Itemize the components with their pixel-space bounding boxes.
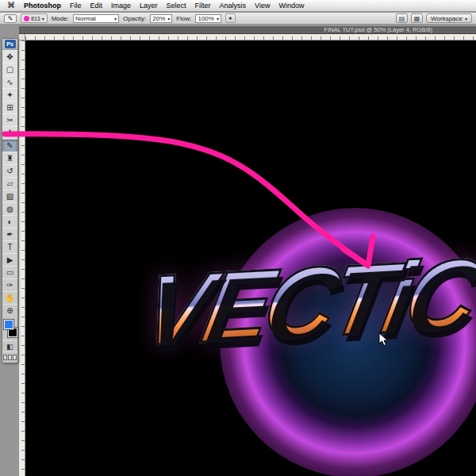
eyedropper-tool[interactable]: ✑ [2,278,17,291]
photoshop-app: ⌘ PhotoshopFileEditImageLayerSelectFilte… [0,0,476,476]
screen-mode-full-menubar-icon [8,355,12,360]
menu-item-image[interactable]: Image [111,2,131,10]
palette-well-icon[interactable]: ▤ [396,13,408,23]
dodge-tool[interactable]: ◐ [2,215,17,228]
menu-item-view[interactable]: View [255,2,270,10]
menu-item-photoshop[interactable]: Photoshop [24,2,61,10]
chevron-down-icon: ▾ [167,16,170,21]
tools-palette: Ps ✥▢∿✦⊞✂✚✎♜↺▱▧◍◐✒T▶▭✑✋⊕ ◧ [2,38,18,363]
workspace-label: Workspace [431,15,463,22]
path-selection-tool[interactable]: ▶ [2,253,17,266]
quick-mask-button[interactable]: ◧ [2,340,17,351]
screen-mode-standard-icon [3,355,7,360]
color-swatches [2,318,17,340]
menu-item-window[interactable]: Window [278,2,304,10]
gradient-tool[interactable]: ▧ [2,190,17,202]
vertical-ruler [19,40,25,476]
opacity-field[interactable]: 20% ▾ [150,14,172,23]
opacity-label: Opacity: [123,15,146,22]
pen-tool[interactable]: ✒ [2,228,17,240]
brush-preview-dot [24,16,29,21]
clone-stamp-tool[interactable]: ♜ [2,152,17,164]
quick-selection-tool[interactable]: ✦ [2,88,17,101]
document-title-bar[interactable]: FINAL TUT.psd @ 50% (Layer 4, RGB/8) [19,26,476,34]
slice-tool[interactable]: ✂ [2,113,17,126]
brush-tool[interactable]: ✎ [2,139,17,152]
artwork-chrome-text: VECTiC [134,236,476,367]
menu-item-layer[interactable]: Layer [140,2,158,10]
lasso-tool[interactable]: ∿ [2,75,17,88]
mode-select[interactable]: Normal ▾ [73,14,119,23]
palette-header[interactable]: Ps [2,39,17,50]
menu-item-analysis[interactable]: Analysis [220,2,247,10]
chevron-down-icon: ▾ [217,16,219,21]
marquee-tool[interactable]: ▢ [2,63,17,75]
chevron-down-icon: ▾ [465,16,467,21]
screen-mode-buttons[interactable] [2,351,17,363]
zoom-tool[interactable]: ⊕ [2,304,17,317]
move-tool[interactable]: ✥ [2,50,17,63]
options-bar: ✎ 813 ▾ Mode: Normal ▾ Opacity: 20% ▾ Fl… [0,13,476,25]
menu-item-filter[interactable]: Filter [195,2,211,10]
airbrush-toggle[interactable]: ✴ [225,13,236,23]
flow-value: 100% [198,15,213,22]
menu-item-select[interactable]: Select [167,2,186,10]
menu-item-file[interactable]: File [70,2,82,10]
blur-tool[interactable]: ◍ [2,202,17,215]
quick-mask-icon: ◧ [6,343,13,351]
flow-field[interactable]: 100% ▾ [195,14,221,23]
tool-preset-button[interactable]: ✎ [4,14,17,23]
screen-mode-full-icon [13,355,17,360]
apple-menu-icon[interactable]: ⌘ [7,2,15,10]
healing-brush-tool[interactable]: ✚ [2,126,17,139]
crop-tool[interactable]: ⊞ [2,101,17,113]
tool-list: ✥▢∿✦⊞✂✚✎♜↺▱▧◍◐✒T▶▭✑✋⊕ [2,50,17,317]
menu-item-edit[interactable]: Edit [90,2,103,10]
hand-tool[interactable]: ✋ [2,291,17,304]
chevron-down-icon: ▾ [114,16,117,21]
document-title: FINAL TUT.psd @ 50% (Layer 4, RGB/8) [324,26,432,33]
opacity-value: 20% [152,15,165,22]
brush-preset-picker[interactable]: 813 ▾ [21,13,48,23]
ruler-corner [19,34,25,40]
menu-items: PhotoshopFileEditImageLayerSelectFilterA… [24,2,304,10]
workspace-menu-button[interactable]: Workspace ▾ [426,13,472,23]
brush-size-value: 813 [31,16,40,21]
history-brush-tool[interactable]: ↺ [2,164,17,177]
horizontal-ruler [25,34,476,40]
bridge-icon[interactable]: ▦ [411,13,423,23]
eraser-tool[interactable]: ▱ [2,177,17,190]
foreground-swatch[interactable] [4,320,13,329]
shape-tool[interactable]: ▭ [2,266,17,278]
type-tool[interactable]: T [2,240,17,253]
chevron-down-icon: ▾ [42,16,44,21]
menu-bar: ⌘ PhotoshopFileEditImageLayerSelectFilte… [0,0,476,12]
photoshop-logo: Ps [5,40,16,48]
mode-label: Mode: [52,15,69,22]
document-window: FINAL TUT.psd @ 50% (Layer 4, RGB/8) VEC… [19,26,476,476]
flow-label: Flow: [176,15,191,22]
canvas[interactable]: VECTiC [25,40,476,476]
mode-value: Normal [75,15,96,22]
